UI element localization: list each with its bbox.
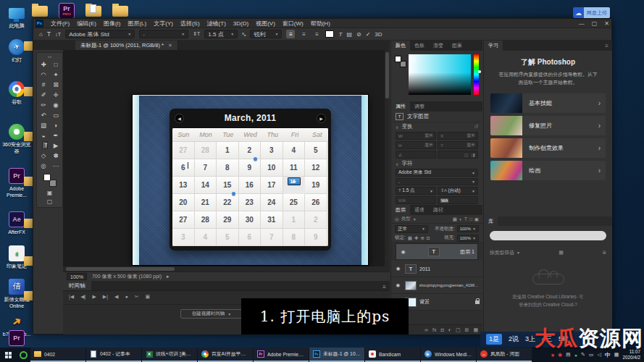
marquee-tool[interactable]: □ (50, 59, 62, 70)
character-section-header[interactable]: ∨ 字符 (391, 159, 482, 168)
zoom-level[interactable]: 100% (67, 273, 87, 280)
menu-item[interactable]: 帮助(H) (307, 19, 334, 28)
crop-tool[interactable]: # (38, 80, 50, 90)
opacity-value[interactable]: 100%▼ (457, 225, 479, 232)
desktop-icon-folder-doc[interactable] (84, 2, 103, 20)
tab-color-2[interactable]: 渐变 (429, 41, 448, 51)
fill-value[interactable]: 100%▼ (457, 235, 479, 242)
font-size-select[interactable]: 1.5 点▼ (204, 30, 238, 38)
learn-card[interactable]: 绘画› (490, 161, 606, 180)
restore-button[interactable]: ▢ (592, 20, 598, 27)
transition-icon[interactable]: ▣ (146, 294, 151, 300)
search-icon[interactable]: ◎ (395, 216, 399, 222)
learn-menu-icon[interactable]: ≡ (601, 41, 612, 51)
menu-item[interactable]: 图层(L) (124, 19, 150, 28)
menu-item[interactable]: 3D(D) (230, 19, 252, 28)
list-view-icon[interactable]: ≣ (602, 250, 606, 256)
layer-row[interactable]: ◉T图层 1 (396, 243, 478, 260)
tab-close-icon[interactable]: ✕ (168, 43, 172, 49)
tab-libraries[interactable]: 库 (484, 216, 498, 226)
learn-card[interactable]: 基本技能› (490, 93, 606, 113)
layer-row[interactable]: ◉shoujiriqiyingyongjiemian_419654... (391, 277, 482, 294)
libraries-filter-row[interactable]: 按类型筛选▼ ▦ ≣ (490, 249, 606, 256)
prev-frame-icon[interactable]: ◀| (80, 294, 85, 300)
document-canvas[interactable]: ◀ March, 2011 ▶ SunMonTueWedThuFriSat 27… (133, 95, 368, 265)
menu-item[interactable]: 编辑(E) (73, 19, 100, 28)
start-button[interactable] (0, 348, 16, 362)
history-brush-tool[interactable]: ↶ (38, 110, 50, 120)
shape-filter-icon[interactable]: □ (469, 216, 472, 222)
cancel-edits-icon[interactable]: ⊘ (356, 31, 361, 38)
tab-props-0[interactable]: 属性 (391, 101, 410, 111)
character-leading-select[interactable]: ⇕A (自动)▼ (438, 187, 478, 195)
transform-field-w[interactable]: W厘米 (396, 132, 436, 140)
lasso-tool[interactable]: ◠ (38, 70, 50, 80)
color-gradient-field[interactable] (409, 54, 471, 95)
learn-card[interactable]: 修复照片› (490, 116, 606, 135)
layer-group-icon[interactable]: ▢ (456, 327, 461, 333)
align-center-button[interactable]: ≡ (299, 30, 308, 38)
desktop-icon-folder[interactable] (30, 2, 49, 20)
lock-all-icon[interactable]: ◘ (427, 235, 430, 241)
eyedropper-tool[interactable]: ✐ (38, 90, 50, 100)
transform-field-h[interactable]: H厘米 (396, 141, 436, 149)
character-font-select[interactable]: Adobe 黑体 Std▼ (396, 169, 478, 177)
smart-filter-icon[interactable]: ▣ (474, 216, 479, 222)
clone-stamp-tool[interactable]: ◉ (50, 100, 62, 110)
tab-props-1[interactable]: 调整 (410, 101, 429, 111)
hue-slider[interactable] (474, 54, 479, 95)
tab-layers-0[interactable]: 图层 (391, 205, 410, 215)
ime-candidate[interactable]: 3上 (525, 334, 535, 344)
new-layer-icon[interactable]: ⊞ (465, 327, 469, 333)
adjustment-layer-icon[interactable]: ◐ (448, 327, 451, 332)
taskbar-item-excel[interactable]: X设线+培训 [美容... (142, 348, 197, 362)
menu-item[interactable]: 选择(S) (177, 19, 204, 28)
layer-mask-icon[interactable]: ◘ (440, 327, 443, 332)
menu-item[interactable]: 图像(I) (100, 19, 125, 28)
taskbar-item-pr[interactable]: PrAdobe Premiere ... (254, 348, 309, 362)
pixel-filter-icon[interactable]: ▦ (453, 216, 457, 222)
document-tab[interactable]: 未标题-1 @ 100% (2011, RGB/8) *✕ (75, 41, 178, 50)
timeline-menu-icon[interactable]: ≡ (382, 284, 390, 290)
taskbar-item-wmp[interactable]: ▶Windows Media ... (421, 348, 476, 362)
rotate-angle-field[interactable]: ∠ (396, 151, 436, 159)
toggle-panels-icon[interactable]: ▤ (346, 31, 352, 38)
learn-card[interactable]: 制作创意效果› (490, 138, 606, 158)
close-button[interactable]: ✕ (604, 20, 609, 27)
tab-learn[interactable]: 学习 (484, 41, 503, 51)
tab-layers-2[interactable]: 路径 (429, 205, 448, 215)
cloud-upload-badge[interactable]: ☁ 网盘上传 (573, 7, 610, 18)
lock-position-icon[interactable]: ⊕ (420, 235, 424, 241)
gradient-tool[interactable]: ▨ (38, 120, 50, 130)
move-tool[interactable]: ✚ (38, 59, 50, 70)
hand-tool[interactable]: ✽ (50, 151, 62, 161)
flip-buttons[interactable]: ◫◨ (438, 151, 478, 159)
text-orientation-icon[interactable]: ↕T (55, 32, 61, 37)
menu-item[interactable]: 文件(F) (47, 19, 73, 28)
first-frame-icon[interactable]: |◀ (69, 294, 74, 300)
anti-alias-select[interactable]: 锐利▼ (250, 30, 282, 38)
lock-pixels-icon[interactable]: ✚ (414, 235, 418, 241)
taskbar-item-phoenix[interactable]: ∽凤凰助 - 河图 (477, 348, 532, 362)
desktop-icon-premiere-project[interactable]: PrPRO3 (57, 2, 76, 20)
taskbar-item-ps[interactable]: Ps未标题-1 @ 100%... (309, 348, 364, 362)
foreground-color-swatch[interactable] (43, 174, 51, 181)
tracking-field[interactable]: WA (438, 196, 478, 204)
next-frame-icon[interactable]: ▶| (103, 294, 108, 300)
healing-brush-tool[interactable]: ✛ (50, 90, 62, 100)
home-icon[interactable]: ⌂ (39, 31, 43, 38)
minimize-button[interactable]: — (579, 20, 585, 27)
text-color-swatch[interactable] (325, 30, 334, 38)
frame-tool[interactable]: ⊠ (50, 80, 62, 90)
transform-field-x[interactable]: X厘米 (438, 132, 478, 140)
filter-type-label[interactable]: 类型 (401, 216, 411, 222)
layer-visibility-icon[interactable]: ◉ (399, 249, 407, 255)
blur-tool[interactable]: ◗ (50, 120, 62, 130)
eraser-tool[interactable]: ▭ (50, 110, 62, 120)
type-filter-icon[interactable]: T (464, 216, 467, 222)
shape-tool[interactable]: ◇ (38, 151, 50, 161)
brush-tool[interactable]: ✏ (38, 100, 50, 110)
audio-icon[interactable]: ◀ (114, 294, 118, 300)
link-layers-icon[interactable]: ∞ (425, 327, 428, 332)
layer-row[interactable]: ◉T2011 (391, 261, 482, 277)
